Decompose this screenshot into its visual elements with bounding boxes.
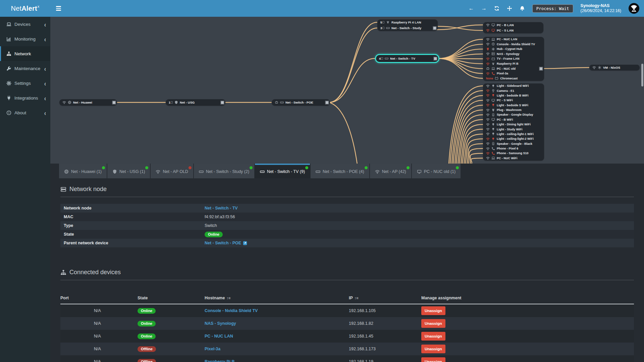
sort-icon[interactable]: ↑≡ — [226, 296, 230, 300]
map-node-row[interactable]: PC - B WiFi — [483, 117, 544, 122]
map-node-vm[interactable]: VM - NixOS — [589, 65, 640, 70]
sort-icon[interactable]: ↑≡ — [355, 296, 359, 300]
map-node-row[interactable]: PC - NUC WiFi — [483, 156, 544, 161]
refresh-icon[interactable] — [494, 6, 499, 11]
bell-icon[interactable] — [520, 6, 525, 11]
map-node-row[interactable]: Raspberry Pi B — [483, 61, 544, 66]
back-arrow-icon[interactable] — [469, 6, 474, 11]
column-header-state: State — [138, 296, 205, 300]
state-badge: Online — [205, 232, 223, 237]
map-node-row[interactable]: Light - ceiling-light-1 WiFi — [483, 132, 544, 136]
map-node-row[interactable]: NAS - Synology — [483, 52, 544, 57]
map-node-row[interactable]: Light - Dining light WiFi — [483, 122, 544, 127]
hostname-link[interactable]: Raspberry Pi B — [205, 359, 235, 362]
tab-net-ap-42-[interactable]: Net - AP (42) — [370, 164, 411, 178]
map-node-row[interactable]: Light - Sideboard WiFi — [483, 83, 544, 88]
unassign-button[interactable]: Unassign — [421, 357, 445, 362]
map-node-row[interactable]: Phone - Pixel 6 — [483, 146, 544, 151]
map-node-tv[interactable]: 4Net - Switch - TV — [375, 54, 439, 63]
map-node-row[interactable]: 3Net - Switch - Study — [377, 25, 438, 31]
map-node-tvbox[interactable]: PC - NUC LANConsole - Nvidia Shield TVHu… — [483, 37, 544, 81]
map-node-row[interactable]: Light - Study WiFi — [483, 127, 544, 131]
node-drag-handle[interactable] — [539, 67, 543, 71]
hostname-link[interactable]: NAS - Synology — [205, 321, 236, 326]
sidebar-item-monitoring[interactable]: Monitoring — [0, 32, 50, 46]
map-node-row[interactable]: PC - S LAN — [483, 28, 543, 34]
map-node-row[interactable]: PC - S WiFi — [483, 98, 544, 103]
map-node-row[interactable]: Camera - E1 — [483, 88, 544, 93]
map-node-studybox[interactable]: 5Raspberry Pi 4 LAN3Net - Switch - Study — [377, 19, 438, 31]
map-node-row[interactable]: 4Net - Switch - TV — [376, 55, 438, 62]
map-node-usg[interactable]: 1Net - USG — [166, 99, 225, 106]
move-icon[interactable] — [507, 6, 512, 11]
hamburger-menu-icon[interactable] — [51, 0, 66, 17]
laptop-icon — [491, 67, 495, 70]
tab-net-huawei-1-[interactable]: Net - Huawei (1) — [59, 164, 107, 178]
map-node-row[interactable]: 5Raspberry Pi 4 LAN — [377, 19, 438, 25]
node-drag-handle[interactable] — [112, 101, 116, 105]
column-header-ip[interactable]: IP↑≡ — [349, 296, 421, 300]
network-topology-map[interactable]: Net - Huawei1Net - USGNet - Switch - POE… — [50, 17, 644, 164]
map-node-row[interactable]: PC - B LAN — [483, 22, 543, 28]
map-node-row[interactable]: NoneChromecast — [483, 76, 544, 81]
sidebar-item-integrations[interactable]: Integrations — [0, 90, 50, 105]
sidebar-item-network[interactable]: Network — [0, 46, 50, 61]
node-drag-handle[interactable] — [325, 101, 329, 105]
map-node-pcbs[interactable]: PC - B LANPC - S LAN — [483, 22, 543, 33]
tab-net-switch-poe-4-[interactable]: Net - Switch - POE (4) — [311, 164, 369, 178]
map-node-label: NAS - Synology — [497, 52, 520, 56]
sidebar-item-settings[interactable]: Settings — [0, 76, 50, 90]
map-node-poe[interactable]: Net - Switch - POE — [272, 99, 330, 106]
hostname-link[interactable]: PC - NUC LAN — [205, 334, 233, 339]
unassign-button[interactable]: Unassign — [421, 345, 445, 353]
cell-manage: Unassign — [421, 306, 634, 315]
tab-net-switch-study-2-[interactable]: Net - Switch - Study (2) — [194, 164, 254, 178]
map-node-row[interactable]: Light - bedside B WiFi — [483, 93, 544, 98]
column-header-hostname[interactable]: Hostname↑≡ — [205, 296, 349, 300]
unassign-button[interactable]: Unassign — [421, 332, 445, 341]
map-node-row[interactable]: Hub - Cygnet Hub — [483, 47, 544, 52]
sidebar-item-maintenance[interactable]: Maintenance — [0, 61, 50, 76]
map-node-row[interactable]: Light - ceiling-light-2 WiFi — [483, 136, 544, 141]
map-node-label: Light - ceiling-light-1 WiFi — [497, 132, 534, 136]
unassign-button[interactable]: Unassign — [421, 319, 445, 328]
forward-arrow-icon[interactable] — [481, 6, 487, 11]
process-status-button[interactable]: Process: Wait — [532, 4, 573, 13]
map-node-row[interactable]: Console - Nvidia Shield TV — [483, 42, 544, 47]
detail-value-link[interactable]: Net - Switch - POE — [205, 241, 241, 245]
map-node-row[interactable]: Phone - Samsung S10 — [483, 151, 544, 156]
map-node-row[interactable]: Pixel-3a — [483, 71, 544, 76]
hostname-link[interactable]: Console - Nvidia Shield TV — [205, 308, 258, 313]
tab-net-switch-tv-9-[interactable]: Net - Switch - TV (9) — [255, 164, 310, 178]
sidebar-item-devices[interactable]: Devices — [0, 17, 50, 32]
map-node-row[interactable]: Net - Huawei — [59, 99, 117, 106]
map-node-row[interactable]: Speaker - Google Display — [483, 112, 544, 117]
hostname-link[interactable]: Pixel-3a — [205, 347, 220, 351]
map-node-lights[interactable]: Light - Sideboard WiFiCamera - E1Light -… — [483, 83, 544, 161]
sidebar-item-about[interactable]: About — [0, 105, 50, 120]
map-node-huawei[interactable]: Net - Huawei — [59, 99, 117, 106]
node-drag-handle[interactable] — [433, 26, 437, 30]
map-node-row[interactable]: Net - Switch - POE — [272, 99, 330, 106]
external-link-icon[interactable] — [243, 241, 247, 245]
map-node-row[interactable]: TV - Frame LAN — [483, 56, 544, 61]
scrollbar-thumb[interactable] — [641, 64, 643, 86]
wifi-icon — [486, 94, 490, 97]
map-node-row[interactable]: 1Net - USG — [166, 99, 225, 106]
map-node-row[interactable]: Speaker - Google - Black — [483, 141, 544, 146]
sidebar-item-label: Network — [14, 51, 31, 56]
unassign-button[interactable]: Unassign — [421, 306, 445, 315]
tab-pc-nuc-old-1-[interactable]: PC - NUC old (1) — [412, 164, 461, 178]
map-node-row[interactable]: PC - NUC old — [483, 66, 544, 71]
avatar[interactable] — [629, 3, 639, 14]
map-node-row[interactable]: VM - NixOS — [589, 65, 640, 70]
map-node-row[interactable]: Light - bedside S WiFi — [483, 103, 544, 108]
node-drag-handle[interactable] — [220, 101, 224, 105]
node-drag-handle[interactable] — [433, 57, 437, 61]
tab-net-ap-old[interactable]: Net - AP OLD — [151, 164, 193, 178]
detail-value-link[interactable]: Net - Switch - TV — [205, 206, 238, 210]
map-node-row[interactable]: Plug - Washroom — [483, 108, 544, 112]
map-node-row[interactable]: PC - NUC LAN — [483, 37, 544, 42]
map-node-label: PC - B LAN — [497, 23, 514, 27]
tab-net-usg-1-[interactable]: Net - USG (1) — [107, 164, 150, 178]
